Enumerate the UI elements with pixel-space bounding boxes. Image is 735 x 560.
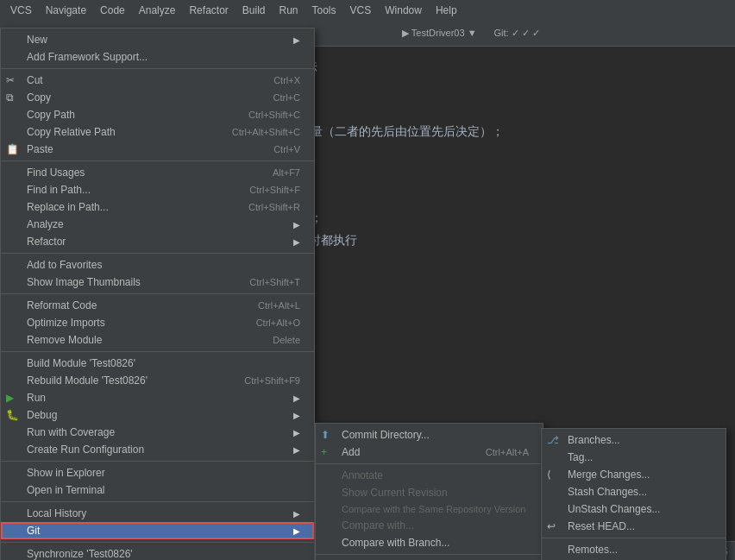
- ctx-add-framework[interactable]: Add Framework Support...: [1, 48, 314, 66]
- separator-1: [1, 68, 314, 69]
- submenu-arrow-local-history: ▶: [293, 509, 300, 519]
- menu-run[interactable]: Run: [273, 3, 305, 18]
- submenu-arrow-debug: ▶: [293, 411, 300, 420]
- submenu-arrow-coverage: ▶: [293, 428, 300, 437]
- ctx-copy-relative-path[interactable]: Copy Relative Path Ctrl+Alt+Shift+C: [1, 123, 314, 141]
- menu-vcs[interactable]: VCS: [3, 3, 39, 18]
- vcs-sep-1: [316, 463, 543, 464]
- menu-navigate[interactable]: Navigate: [39, 3, 93, 18]
- ctx-new[interactable]: New ▶: [1, 31, 314, 48]
- ctx-show-image-thumbnails[interactable]: Show Image Thumbnails Ctrl+Shift+T: [1, 274, 314, 291]
- ctx-copy-path[interactable]: Copy Path Ctrl+Shift+C: [1, 106, 314, 123]
- ctx-refactor[interactable]: Refactor ▶: [1, 233, 314, 250]
- ctx-build-module[interactable]: Build Module 'Test0826': [1, 355, 314, 372]
- context-menu-main: New ▶ Add Framework Support... ✂ Cut Ctr…: [0, 28, 315, 560]
- toolbar-run-config: ▶ TestDriver03 ▼: [402, 28, 477, 39]
- ctx-synchronize[interactable]: Synchronize 'Test0826': [1, 545, 314, 560]
- submenu-arrow-analyze: ▶: [293, 220, 300, 230]
- menu-vcs2[interactable]: VCS: [343, 3, 379, 18]
- submenu-arrow-git: ▶: [293, 526, 300, 536]
- ctx-stash-changes[interactable]: Stash Changes...: [542, 483, 726, 500]
- menu-window[interactable]: Window: [378, 3, 429, 18]
- ctx-run-coverage[interactable]: Run with Coverage ▶: [1, 424, 314, 441]
- ctx-add-favorites[interactable]: Add to Favorites: [1, 256, 314, 274]
- ctx-tag[interactable]: Tag...: [542, 449, 726, 466]
- ctx-local-history[interactable]: Local History ▶: [1, 505, 314, 522]
- ctx-run[interactable]: ▶ Run ▶: [1, 389, 314, 406]
- ctx-optimize-imports[interactable]: Optimize Imports Ctrl+Alt+O: [1, 314, 314, 331]
- submenu-arrow-new: ▶: [293, 35, 300, 45]
- menu-analyze[interactable]: Analyze: [132, 3, 183, 18]
- reset-icon: ↩: [547, 520, 556, 532]
- ctx-branches[interactable]: ⎇ Branches...: [542, 431, 726, 449]
- ctx-create-run-config[interactable]: Create Run Configuration ▶: [1, 441, 314, 458]
- menu-help[interactable]: Help: [429, 3, 464, 18]
- ctx-annotate: Annotate: [316, 467, 543, 484]
- add-icon: +: [321, 446, 327, 458]
- merge-icon: ⟨: [547, 469, 551, 481]
- repo-sep-1: [542, 538, 726, 538]
- menu-build[interactable]: Build: [236, 3, 273, 18]
- ctx-show-explorer[interactable]: Show in Explorer: [1, 464, 314, 481]
- ctx-debug[interactable]: 🐛 Debug ▶: [1, 406, 314, 424]
- ctx-reformat-code[interactable]: Reformat Code Ctrl+Alt+L: [1, 297, 314, 314]
- ctx-cut[interactable]: ✂ Cut Ctrl+X: [1, 72, 314, 89]
- separator-7: [1, 501, 314, 502]
- ctx-analyze[interactable]: Analyze ▶: [1, 216, 314, 233]
- ctx-replace-in-path[interactable]: Replace in Path... Ctrl+Shift+R: [1, 198, 314, 216]
- vcs-sep-2: [316, 554, 543, 555]
- toolbar-git-label: Git: ✓ ✓ ✓: [494, 28, 540, 39]
- ctx-compare-same-repo: Compare with the Same Repository Version: [316, 501, 543, 517]
- branch-icon: ⎇: [547, 434, 559, 446]
- ctx-unstash-changes[interactable]: UnStash Changes...: [542, 500, 726, 518]
- ctx-copy[interactable]: ⧉ Copy Ctrl+C: [1, 89, 314, 106]
- cut-icon: ✂: [6, 74, 15, 86]
- ctx-merge-changes[interactable]: ⟨ Merge Changes...: [542, 466, 726, 483]
- ctx-remove-module[interactable]: Remove Module Delete: [1, 331, 314, 349]
- separator-2: [1, 160, 314, 161]
- submenu-arrow-refactor: ▶: [293, 237, 300, 247]
- separator-5: [1, 351, 314, 352]
- ctx-git[interactable]: Git ▶: [1, 522, 314, 539]
- run-icon: ▶: [6, 392, 14, 404]
- menu-refactor[interactable]: Refactor: [182, 3, 235, 18]
- separator-8: [1, 542, 314, 543]
- menu-bar: VCS Navigate Code Analyze Refactor Build…: [0, 0, 735, 21]
- debug-icon: 🐛: [6, 409, 19, 421]
- menu-code[interactable]: Code: [93, 3, 132, 18]
- separator-6: [1, 461, 314, 462]
- separator-3: [1, 253, 314, 254]
- commit-icon: ⬆: [321, 429, 330, 441]
- ctx-compare-branch[interactable]: Compare with Branch...: [316, 534, 543, 551]
- menu-tools[interactable]: Tools: [305, 3, 343, 18]
- ctx-remotes[interactable]: Remotes...: [542, 541, 726, 558]
- context-menu-vcs: ⬆ Commit Directory... + Add Ctrl+Alt+A A…: [315, 423, 543, 560]
- submenu-arrow-run-config: ▶: [293, 445, 300, 455]
- context-menu-repo: ⎇ Branches... Tag... ⟨ Merge Changes... …: [541, 428, 726, 560]
- ctx-find-usages[interactable]: Find Usages Alt+F7: [1, 164, 314, 181]
- ctx-add[interactable]: + Add Ctrl+Alt+A: [316, 444, 543, 461]
- ctx-show-current-rev: Show Current Revision: [316, 484, 543, 501]
- paste-icon: 📋: [6, 143, 19, 155]
- ctx-reset-head[interactable]: ↩ Reset HEAD...: [542, 518, 726, 535]
- ctx-find-in-path[interactable]: Find in Path... Ctrl+Shift+F: [1, 181, 314, 198]
- ctx-rebuild-module[interactable]: Rebuild Module 'Test0826' Ctrl+Shift+F9: [1, 372, 314, 389]
- ctx-commit-dir[interactable]: ⬆ Commit Directory...: [316, 426, 543, 444]
- submenu-arrow-run: ▶: [293, 393, 300, 403]
- copy-icon: ⧉: [6, 91, 14, 104]
- ctx-compare-with: Compare with...: [316, 517, 543, 534]
- ctx-paste[interactable]: 📋 Paste Ctrl+V: [1, 141, 314, 158]
- separator-4: [1, 293, 314, 294]
- ctx-open-terminal[interactable]: Open in Terminal: [1, 481, 314, 499]
